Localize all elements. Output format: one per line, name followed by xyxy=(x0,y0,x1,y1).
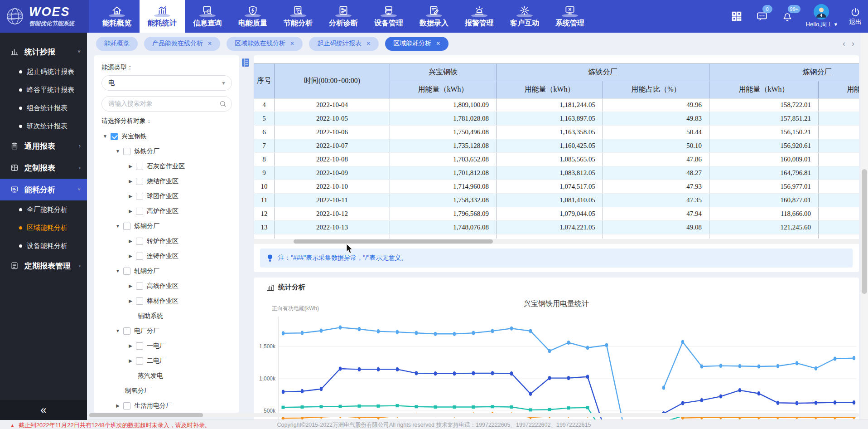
tree-node-蒸汽发电[interactable]: 蒸汽发电 xyxy=(101,368,232,383)
main-hscroll-thumb[interactable] xyxy=(89,413,203,417)
tree-node-生活用电分厂[interactable]: ▶生活用电分厂 xyxy=(101,398,232,413)
tree-checkbox[interactable] xyxy=(136,253,143,260)
series-lightblue-marker[interactable] xyxy=(434,332,437,336)
alarm-bell-icon[interactable]: 99+ xyxy=(781,10,794,23)
table-row[interactable]: 82022-10-081,703,652.081,085,565.0547.86… xyxy=(254,153,859,166)
tree-node-烧结作业区[interactable]: ▶烧结作业区 xyxy=(101,174,232,189)
series-lightblue-marker[interactable] xyxy=(358,327,361,331)
tree-node-兴宝钢铁[interactable]: ▼兴宝钢铁 xyxy=(101,129,232,144)
series-darkblue-marker[interactable] xyxy=(548,376,551,380)
series-lightblue-marker[interactable] xyxy=(510,327,513,331)
series-darkblue-marker[interactable] xyxy=(358,367,361,371)
tree-node-辅助系统[interactable]: 辅助系统 xyxy=(101,308,232,323)
message-icon[interactable]: 0 xyxy=(755,10,769,23)
tree-node-球团作业区[interactable]: ▶球团作业区 xyxy=(101,189,232,204)
tree-checkbox[interactable] xyxy=(136,178,143,185)
tree-checkbox[interactable] xyxy=(136,357,143,365)
tree-node-连铸作业区[interactable]: ▶连铸作业区 xyxy=(101,249,232,263)
tree-collapse-icon[interactable]: ▶ xyxy=(127,343,134,348)
series-darkblue-marker[interactable] xyxy=(796,401,798,405)
tree-collapse-icon[interactable]: ▶ xyxy=(127,253,134,258)
series-lightblue-marker[interactable] xyxy=(282,331,285,335)
sidebar-item-设备能耗分析[interactable]: 设备能耗分析 xyxy=(0,237,87,255)
tree-checkbox[interactable] xyxy=(136,163,143,170)
table-row[interactable]: 52022-10-051,781,028.081,163,897.0549.83… xyxy=(254,112,859,126)
object-search-input[interactable]: 请输入搜索对象 xyxy=(101,96,232,112)
tree-node-高炉作业区[interactable]: ▶高炉作业区 xyxy=(101,204,232,219)
tree-collapse-icon[interactable]: ▶ xyxy=(114,403,121,408)
sidebar-item-起止码统计报表[interactable]: 起止码统计报表 xyxy=(0,63,87,81)
series-lightblue-marker[interactable] xyxy=(396,330,399,334)
nav-item-报警管理[interactable]: 报警管理 xyxy=(457,0,502,33)
series-teal-marker[interactable] xyxy=(301,405,304,409)
series-lightblue-marker[interactable] xyxy=(776,364,779,368)
series-darkblue-marker[interactable] xyxy=(586,375,589,379)
series-lightblue-marker[interactable] xyxy=(415,331,418,335)
series-lightblue-marker[interactable] xyxy=(681,340,684,344)
series-lightblue-marker[interactable] xyxy=(301,331,304,335)
tree-checkbox[interactable] xyxy=(111,133,118,140)
tree-collapse-icon[interactable]: ▶ xyxy=(127,209,134,214)
tree-expand-icon[interactable]: ▼ xyxy=(101,134,109,139)
tab-区域能耗分析[interactable]: 区域能耗分析✕ xyxy=(385,37,448,51)
series-lightblue-marker[interactable] xyxy=(567,341,570,345)
series-teal-marker[interactable] xyxy=(548,408,551,411)
series-darkblue-marker[interactable] xyxy=(529,392,532,396)
series-darkblue-marker[interactable] xyxy=(453,371,456,375)
series-lightblue-marker[interactable] xyxy=(472,331,475,335)
table-row[interactable]: 102022-10-101,714,960.081,074,517.0547.9… xyxy=(254,180,859,194)
nav-item-能耗概览[interactable]: 能耗概览 xyxy=(94,0,140,33)
tab-close-icon[interactable]: ✕ xyxy=(366,40,371,47)
series-darkblue-marker[interactable] xyxy=(567,376,570,380)
series-darkblue-marker[interactable] xyxy=(396,367,399,371)
series-lightblue-marker[interactable] xyxy=(700,364,703,368)
nav-item-节能分析[interactable]: 节能分析 xyxy=(275,0,321,33)
tree-collapse-icon[interactable]: ▶ xyxy=(127,194,134,199)
series-darkblue-marker[interactable] xyxy=(815,401,817,405)
tab-close-icon[interactable]: ✕ xyxy=(436,40,440,47)
nav-item-系统管理[interactable]: 系统管理 xyxy=(547,0,593,33)
sidebar-section-定制报表[interactable]: 定制报表› xyxy=(0,157,87,179)
tree-checkbox[interactable] xyxy=(123,327,130,335)
tab-scroll-arrows[interactable]: ‹› xyxy=(843,39,861,49)
table-row[interactable]: 62022-10-061,750,496.081,163,358.0550.44… xyxy=(254,126,859,139)
nav-item-设备管理[interactable]: 设备管理 xyxy=(366,0,411,33)
series-darkblue-marker[interactable] xyxy=(681,401,684,405)
series-teal-marker[interactable] xyxy=(358,405,361,408)
tree-node-棒材作业区[interactable]: ▶棒材作业区 xyxy=(101,293,232,308)
tree-node-炼钢分厂[interactable]: ▼炼钢分厂 xyxy=(101,219,232,234)
series-lightblue-marker[interactable] xyxy=(453,332,456,336)
table-row[interactable]: 132022-10-131,748,076.081,074,221.0549.0… xyxy=(254,221,859,234)
nav-item-信息查询[interactable]: 信息查询 xyxy=(185,0,230,33)
series-lightblue-marker[interactable] xyxy=(320,329,323,333)
table-row[interactable]: 14 xyxy=(254,234,859,239)
series-lightblue-marker[interactable] xyxy=(491,329,494,333)
sidebar-section-统计抄报[interactable]: 统计抄报˅ xyxy=(0,41,87,63)
series-darkblue-marker[interactable] xyxy=(434,371,437,375)
tree-checkbox[interactable] xyxy=(123,268,130,275)
user-menu[interactable]: Hello,周工 ▾ xyxy=(806,4,837,29)
series-darkblue-marker[interactable] xyxy=(510,371,513,375)
series-lightblue-marker[interactable] xyxy=(834,356,836,361)
sidebar-item-区域能耗分析[interactable]: 区域能耗分析 xyxy=(0,219,87,237)
nav-item-客户互动[interactable]: 客户互动 xyxy=(502,0,547,33)
series-darkblue-marker[interactable] xyxy=(834,400,836,405)
tree-expand-icon[interactable]: ▼ xyxy=(114,328,121,333)
series-lightblue-marker[interactable] xyxy=(548,349,551,353)
series-darkblue-marker[interactable] xyxy=(491,371,494,375)
tree-checkbox[interactable] xyxy=(136,283,143,290)
series-lightblue-marker[interactable] xyxy=(796,361,798,365)
series-teal-marker[interactable] xyxy=(510,405,513,409)
tree-collapse-icon[interactable]: ▶ xyxy=(127,239,134,244)
series-darkblue-marker[interactable] xyxy=(700,398,703,402)
series-lightblue-marker[interactable] xyxy=(738,364,741,368)
series-darkblue-marker[interactable] xyxy=(415,371,418,375)
series-darkblue-marker[interactable] xyxy=(719,394,722,398)
tree-node-二电厂[interactable]: ▶二电厂 xyxy=(101,353,232,368)
sidebar-section-能耗分析[interactable]: 能耗分析˅ xyxy=(0,179,87,200)
energy-type-select[interactable]: 电 ▼ xyxy=(101,75,232,91)
tree-checkbox[interactable] xyxy=(123,402,130,410)
qr-code-icon[interactable] xyxy=(730,10,743,23)
series-teal-marker[interactable] xyxy=(282,406,285,409)
tab-产品能效在线分析[interactable]: 产品能效在线分析✕ xyxy=(144,37,220,51)
